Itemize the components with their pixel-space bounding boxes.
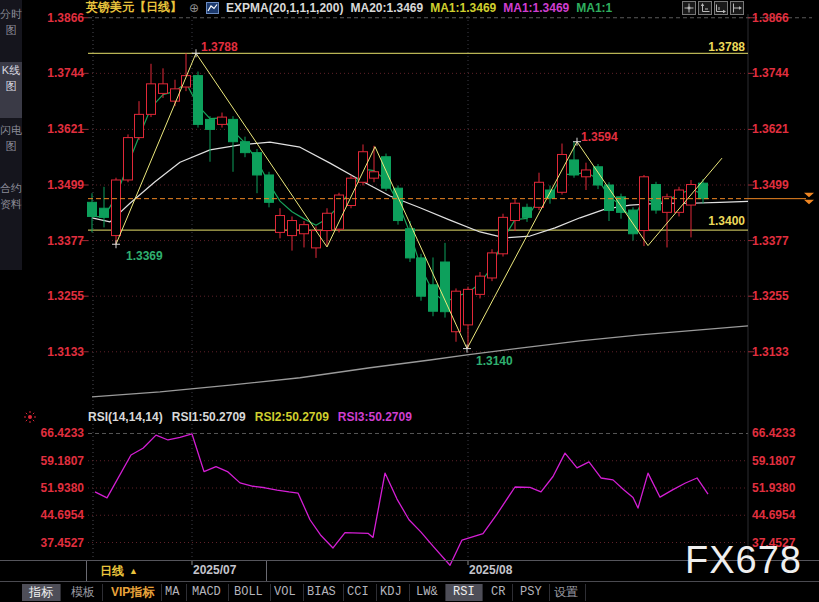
trendline-layer: [112, 49, 722, 352]
candle: [652, 182, 661, 214]
rsi-axis-label-left: 37.4527: [41, 536, 85, 550]
candle-body: [582, 170, 591, 177]
ma1-value-magenta: MA1:1.3469: [503, 1, 569, 15]
candle: [406, 221, 415, 262]
candle-body: [511, 203, 520, 220]
rsi-line: [95, 434, 708, 565]
rsi-header: RSI(14,14,14) RSI1:50.2709 RSI2:50.2709 …: [88, 409, 412, 424]
axis-scale-right-icon[interactable]: [714, 1, 728, 15]
candle-body: [441, 262, 450, 312]
toolbar-tab-cr[interactable]: CR: [484, 584, 513, 601]
price-annotation: 1.3788: [708, 40, 745, 54]
candle: [218, 113, 227, 128]
bottom-toolbar: 指标 模板 VIP指标 MA MACD BOLL VOL BIAS CCI KD…: [0, 582, 819, 602]
toolbar-tab-psy[interactable]: PSY: [513, 584, 550, 601]
toolbar-tab-templates[interactable]: 模板: [64, 584, 103, 601]
left-sidebar: 分时图 K线图 闪电图 合约资料: [0, 0, 22, 270]
line-chart-icon[interactable]: [206, 2, 219, 14]
price-axis-label-left: 1.3377: [47, 234, 84, 248]
candle-body: [124, 138, 133, 180]
axis-shift-out-icon[interactable]: [730, 1, 744, 15]
rsi-axis-label-right: 66.4233: [752, 426, 796, 440]
fx678-watermark: FX678: [685, 539, 802, 582]
candle: [288, 216, 297, 250]
candle: [265, 172, 274, 208]
toolbar-tab-kdj[interactable]: KDJ: [373, 584, 410, 601]
price-axis-label-right: 1.3744: [752, 66, 789, 80]
crosshair-move-icon[interactable]: [682, 1, 696, 15]
candle-body: [112, 180, 121, 236]
candle: [206, 116, 215, 162]
toolbar-tab-ma[interactable]: MA: [158, 584, 187, 601]
toolbar-tab-rsi[interactable]: RSI: [446, 584, 483, 601]
candle-body: [406, 229, 415, 258]
rsi3-value: RSI3:50.2709: [338, 410, 412, 424]
candle: [159, 68, 168, 98]
candle: [488, 249, 497, 281]
ma20-value: MA20:1.3469: [350, 1, 423, 15]
rsi-axis-label-right: 59.1807: [752, 454, 796, 468]
candle: [699, 179, 708, 204]
candle-body: [159, 84, 168, 94]
candle: [300, 221, 309, 247]
toolbar-tab-vol[interactable]: VOL: [267, 584, 304, 601]
candle: [276, 208, 285, 238]
candle: [135, 101, 144, 140]
toolbar-tab-indicators[interactable]: 指标: [22, 584, 61, 601]
indicator-label: EXPMA(20,1,1,1,200): [226, 1, 343, 15]
price-axis-label-left: 1.3866: [47, 11, 84, 25]
candle-body: [594, 167, 603, 185]
rsi-axis-label-right: 51.9380: [752, 481, 796, 495]
candle-body: [335, 195, 344, 229]
price-axis-label-right: 1.3866: [752, 11, 789, 25]
candle: [464, 287, 473, 349]
sidebar-tab-contract-info[interactable]: 合约资料: [0, 180, 22, 252]
candle-body: [241, 142, 250, 153]
candle: [582, 163, 591, 190]
rsi2-value: RSI2:50.2709: [255, 410, 329, 424]
price-annotation: 1.3400: [708, 214, 745, 228]
x-axis-tick-august: 2025/08: [469, 563, 512, 577]
candle: [476, 272, 485, 298]
candle-body: [523, 207, 532, 217]
toolbar-tab-vip-indicators[interactable]: VIP指标: [104, 584, 162, 601]
indicator-settings-icon[interactable]: [23, 410, 37, 428]
candle-body: [429, 285, 438, 311]
candle: [194, 72, 203, 128]
ma1-value-yellow: MA1:1.3469: [430, 1, 496, 15]
candle-body: [535, 182, 544, 207]
chevron-up-icon: ▲: [129, 566, 138, 576]
price-axis-label-left: 1.3133: [47, 345, 84, 359]
period-selector[interactable]: 日线 ▲: [86, 561, 267, 581]
price-annotation: 1.3369: [126, 249, 163, 263]
candle-body: [347, 178, 356, 205]
candle: [382, 154, 391, 191]
candle-body: [570, 160, 579, 175]
price-axis-label-left: 1.3744: [47, 66, 84, 80]
candle: [229, 116, 238, 172]
sidebar-tab-kline-chart[interactable]: K线图: [0, 62, 22, 118]
ma1-value-green: MA1:1: [576, 1, 612, 15]
toolbar-tab-bias[interactable]: BIAS: [300, 584, 344, 601]
axis-scale-up-icon[interactable]: [698, 1, 712, 15]
candle-body: [546, 190, 555, 198]
candle: [535, 173, 544, 210]
toolbar-tab-boll[interactable]: BOLL: [227, 584, 271, 601]
candle: [417, 254, 426, 301]
candle: [253, 149, 262, 193]
chart-canvas[interactable]: 1.38661.38661.37441.37441.36211.36211.34…: [0, 0, 819, 602]
chart-application: 1.38661.38661.37441.37441.36211.36211.34…: [0, 0, 819, 602]
candle-body: [488, 253, 497, 278]
candle-body: [476, 276, 485, 294]
price-axis-label-left: 1.3621: [47, 122, 84, 136]
toolbar-tab-settings[interactable]: 设置: [547, 584, 586, 601]
price-annotation: 1.3140: [476, 354, 513, 368]
toolbar-tab-macd[interactable]: MACD: [185, 584, 229, 601]
candle: [112, 178, 121, 245]
sidebar-tab-lightning-chart[interactable]: 闪电图: [0, 122, 22, 176]
candle-body: [699, 183, 708, 198]
sidebar-tab-time-chart[interactable]: 分时图: [0, 6, 22, 58]
add-symbol-icon[interactable]: ⊕: [189, 1, 199, 15]
toolbar-tab-lw[interactable]: LW&: [409, 584, 446, 601]
toolbar-tab-cci[interactable]: CCI: [340, 584, 377, 601]
